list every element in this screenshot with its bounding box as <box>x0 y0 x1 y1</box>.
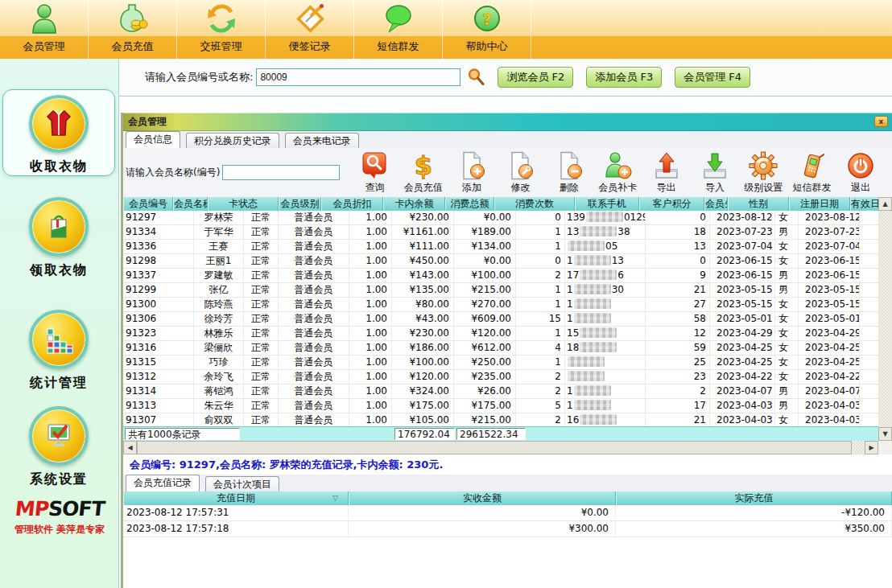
cell-card-status: 正常 <box>244 356 279 370</box>
toolbar-card-reissue-button[interactable]: 会员补卡 <box>594 151 641 195</box>
toolbar-button-label: 查询 <box>365 181 384 195</box>
members-column-header[interactable]: 有效日期 <box>850 197 878 211</box>
member-row[interactable]: 91313 朱云华 正常 普通会员 1.00 ¥175.00 ¥175.00 5… <box>123 399 878 413</box>
nav-item-shift-management[interactable]: 交班管理 <box>177 0 266 59</box>
sidebar-item-deliver-clothes[interactable]: 领取衣物 <box>2 192 115 279</box>
cell-total-spent: ¥215.00 <box>454 413 516 426</box>
toolbar-query-button[interactable]: 查询 <box>351 151 398 195</box>
tab-member-call-records[interactable]: 会员来电记录 <box>285 133 359 148</box>
cell-member-name: 王赛 <box>194 240 244 254</box>
cell-member-id: 91313 <box>123 399 194 413</box>
toolbar-level-settings-button[interactable]: 级别设置 <box>740 151 787 195</box>
members-column-header[interactable]: 会员生日 <box>704 197 728 211</box>
add-member-button[interactable]: 添加会员 F3 <box>586 67 662 88</box>
member-row[interactable]: 91306 徐玲芳 正常 普通会员 1.00 ¥43.00 ¥609.00 15… <box>123 312 878 327</box>
cell-member-id: 91315 <box>123 356 194 370</box>
members-column-header[interactable]: 会员名称 <box>173 197 208 211</box>
tab-recharge-records[interactable]: 会员充值记录 <box>126 475 200 491</box>
toolbar-recharge-button[interactable]: 会员充值 <box>400 151 447 195</box>
tab-points-exchange-history[interactable]: 积分兑换历史记录 <box>186 133 279 148</box>
member-row[interactable]: 91316 梁俪欣 正常 普通会员 1.00 ¥186.00 ¥612.00 4… <box>123 341 878 356</box>
nav-item-help-center[interactable]: 帮助中心 <box>443 0 531 59</box>
member-row[interactable]: 91299 张亿 正常 普通会员 1.00 ¥135.00 ¥215.00 1 … <box>123 283 878 298</box>
toolbar-delete-button[interactable]: 删除 <box>546 151 593 195</box>
cell-visit-count: 15 <box>516 312 565 327</box>
member-management-window: 会员管理 x 会员信息 积分兑换历史记录 会员来电记录 请输入会员名称(编号) <box>121 113 892 588</box>
horizontal-scrollbar-thumb[interactable] <box>137 441 852 454</box>
toolbar-add-button[interactable]: 添加 <box>448 151 495 195</box>
cell-valid-date <box>860 356 878 370</box>
members-column-header[interactable]: 会员折扣 <box>321 197 383 211</box>
nav-item-memo-records[interactable]: 便签记录 <box>266 0 354 59</box>
sidebar-item-receive-clothes[interactable]: 收取衣物 <box>2 89 115 176</box>
nav-item-member-recharge[interactable]: 会员充值 <box>89 0 177 59</box>
nav-item-member-management[interactable]: 会员管理 <box>0 0 89 59</box>
cell-register-date: 2023-04-25 <box>799 341 860 356</box>
cell-discount: 1.00 <box>349 211 392 225</box>
person-icon <box>28 0 60 36</box>
toolbar-import-button[interactable]: 导入 <box>692 151 738 195</box>
member-search-input[interactable] <box>256 68 460 86</box>
toolbar-button-label: 添加 <box>462 181 481 195</box>
scroll-up-icon[interactable]: ▲ <box>878 197 892 211</box>
toolbar-modify-button[interactable]: 修改 <box>497 151 543 195</box>
member-row[interactable]: 91314 蒋铠鸿 正常 普通会员 1.00 ¥324.00 ¥26.00 2 … <box>123 384 878 399</box>
recharge-date-column-header[interactable]: 充值日期 ▽ <box>123 491 349 505</box>
system-settings-monitor-icon <box>43 419 75 454</box>
members-column-header[interactable]: 联系手机 <box>575 197 639 211</box>
recharge-row[interactable]: 2023-08-12 17:57:18 ¥300.00 ¥350.00 <box>123 521 892 537</box>
phone-privacy-mosaic <box>580 414 617 425</box>
toolbar-export-button[interactable]: 导出 <box>643 151 690 195</box>
cell-received-amount: ¥0.00 <box>349 505 616 521</box>
cell-card-status: 正常 <box>244 370 279 384</box>
scroll-down-icon[interactable]: ▼ <box>878 427 892 441</box>
member-row[interactable]: 91334 于军华 正常 普通会员 1.00 ¥1161.00 ¥189.00 … <box>123 225 878 240</box>
received-amount-column-header[interactable]: 实收金额 <box>349 491 616 505</box>
member-row[interactable]: 91323 林雅乐 正常 普通会员 1.00 ¥230.00 ¥120.00 1… <box>123 327 878 341</box>
member-name-filter-input[interactable] <box>222 165 340 180</box>
member-row[interactable]: 91337 罗建敏 正常 普通会员 1.00 ¥143.00 ¥100.00 2… <box>123 269 878 283</box>
cell-register-date: 2023-07-04 <box>799 240 860 254</box>
members-column-header[interactable]: 客户积分 <box>639 197 704 211</box>
cell-gender: 女 <box>775 240 799 254</box>
cell-discount: 1.00 <box>349 298 392 312</box>
toolbar-exit-button[interactable]: 退出 <box>837 151 884 195</box>
members-column-header[interactable]: 消费次数 <box>494 197 575 211</box>
recharge-row[interactable]: 2023-08-12 17:57:31 ¥0.00 -¥120.00 <box>123 505 892 521</box>
member-row[interactable]: 91297 罗林荣 正常 普通会员 1.00 ¥230.00 ¥0.00 0 1… <box>123 211 878 225</box>
member-management-button[interactable]: 会员管理 F4 <box>675 67 750 88</box>
actual-recharge-column-header[interactable]: 实际充值 <box>616 491 892 505</box>
member-row[interactable]: 91298 王丽1 正常 普通会员 1.00 ¥450.00 ¥0.00 0 1… <box>123 254 878 269</box>
sidebar-item-system-settings[interactable]: 系统设置 <box>2 401 115 488</box>
vertical-scrollbar[interactable] <box>878 197 892 441</box>
cell-member-id: 91306 <box>123 312 194 327</box>
member-row[interactable]: 91300 陈玲燕 正常 普通会员 1.00 ¥80.00 ¥270.00 1 … <box>123 298 878 312</box>
toolbar-sms-button[interactable]: 短信群发 <box>789 151 836 195</box>
scroll-right-icon[interactable]: ▶ <box>865 441 878 454</box>
tab-member-info[interactable]: 会员信息 <box>126 131 180 148</box>
member-row[interactable]: 91312 余玲飞 正常 普通会员 1.00 ¥120.00 ¥235.00 2… <box>123 370 878 384</box>
sidebar-item-label: 领取衣物 <box>30 262 88 279</box>
search-icon[interactable] <box>467 68 485 88</box>
tab-count-items[interactable]: 会员计次项目 <box>205 476 279 491</box>
cell-points: 27 <box>646 298 710 312</box>
members-column-header[interactable]: 性别 <box>728 197 789 211</box>
member-row[interactable]: 91315 巧珍 正常 普通会员 1.00 ¥100.00 ¥250.00 1 … <box>123 356 878 370</box>
browse-members-button[interactable]: 浏览会员 F2 <box>498 67 573 88</box>
window-titlebar[interactable]: 会员管理 x <box>123 113 892 131</box>
members-column-header[interactable]: 会员级别 <box>279 197 321 211</box>
members-column-header[interactable]: 会员编号 <box>123 197 173 211</box>
members-column-header[interactable]: 卡状态 <box>208 197 279 211</box>
scroll-left-icon[interactable]: ◀ <box>123 441 137 454</box>
members-column-header[interactable]: 注册日期 <box>789 197 850 211</box>
close-icon[interactable]: x <box>874 116 888 127</box>
cell-birthday: 2023-04-25 <box>710 341 775 356</box>
members-column-header[interactable]: 消费总额 <box>445 197 494 211</box>
nav-item-sms-broadcast[interactable]: 短信群发 <box>354 0 443 59</box>
cell-gender: 女 <box>775 254 799 269</box>
members-table-header: 会员编号 会员名称 卡状态 会员级别 会员折扣 卡内余额 消费总额 消费次数 联… <box>123 197 878 211</box>
member-row[interactable]: 91336 王赛 正常 普通会员 1.00 ¥111.00 ¥134.00 1 … <box>123 240 878 254</box>
sidebar-item-statistics[interactable]: 统计管理 <box>2 305 115 392</box>
member-row[interactable]: 91307 俞双双 正常 普通会员 1.00 ¥105.00 ¥215.00 2… <box>123 413 878 426</box>
members-column-header[interactable]: 卡内余额 <box>383 197 445 211</box>
